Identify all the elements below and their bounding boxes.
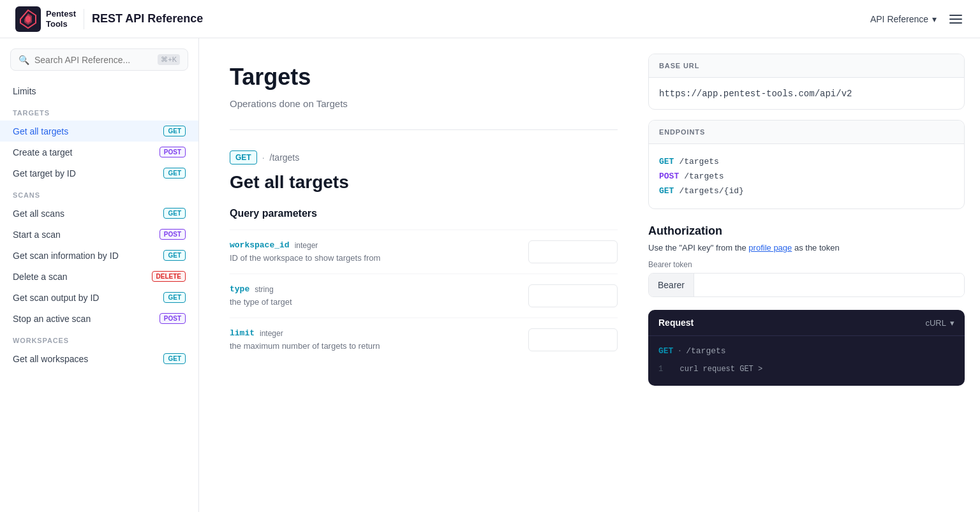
endpoint-list-item-3: GET /targets/{id}	[659, 184, 954, 198]
param-desc: the type of target	[230, 297, 292, 307]
request-path-line: GET · /targets	[658, 346, 954, 356]
param-name: workspace_id	[230, 240, 290, 250]
logo-text: Pentest Tools	[46, 9, 76, 29]
bearer-token-input[interactable]	[694, 274, 964, 296]
search-icon: 🔍	[19, 55, 29, 65]
param-type: integer	[260, 329, 283, 338]
param-limit-input[interactable]	[528, 328, 618, 351]
param-desc: the maximum number of targets to return	[230, 341, 380, 351]
param-name: type	[230, 284, 249, 294]
endpoint-path: /targets	[679, 157, 718, 166]
endpoint-method: GET	[659, 186, 674, 196]
endpoint-method: GET	[659, 157, 674, 166]
endpoint-method: POST	[659, 172, 679, 181]
query-params-title: Query parameters	[230, 208, 618, 219]
sidebar-item-get-scan-output[interactable]: Get scan output by ID GET	[0, 287, 198, 308]
badge-get: GET	[163, 208, 186, 219]
badge-get: GET	[163, 250, 186, 261]
curl-label: cURL ▾	[925, 318, 954, 328]
search-shortcut: ⌘+K	[158, 54, 180, 65]
header-divider	[84, 9, 84, 29]
bearer-input-row: Bearer	[648, 273, 965, 297]
endpoints-label: ENDPOINTS	[649, 121, 964, 144]
sidebar-item-delete-scan[interactable]: Delete a scan DELETE	[0, 266, 198, 287]
api-reference-button[interactable]: API Reference ▾	[870, 14, 937, 24]
param-type-input[interactable]	[528, 284, 618, 307]
sidebar-item-get-all-workspaces[interactable]: Get all workspaces GET	[0, 348, 198, 369]
page-description: Operations done on Targets	[230, 98, 618, 109]
param-row-type: type string the type of target	[230, 274, 618, 318]
endpoint-method-path: GET · /targets	[230, 150, 618, 165]
sidebar-section-workspaces: WORKSPACES	[0, 329, 198, 348]
endpoint-method-badge: GET	[230, 150, 257, 165]
logo: Pentest Tools	[15, 6, 76, 32]
sidebar-item-get-all-scans[interactable]: Get all scans GET	[0, 203, 198, 224]
badge-delete: DELETE	[152, 271, 186, 282]
sidebar-section-scans: SCANS	[0, 184, 198, 203]
param-row-limit: limit integer the maximum number of targ…	[230, 318, 618, 362]
badge-post: POST	[160, 229, 186, 240]
logo-icon	[15, 6, 41, 32]
chevron-down-icon: ▾	[950, 318, 954, 328]
param-type: string	[255, 285, 273, 294]
menu-hamburger-button[interactable]	[947, 12, 965, 26]
endpoint-path: /targets	[684, 172, 724, 181]
sidebar-item-create-target[interactable]: Create a target POST	[0, 142, 198, 163]
chevron-down-icon: ▾	[932, 14, 937, 24]
endpoint-list-item-2: POST /targets	[659, 169, 954, 184]
sidebar-item-get-all-targets[interactable]: Get all targets GET	[0, 121, 198, 142]
endpoints-card: ENDPOINTS GET /targets POST /targets GET…	[648, 120, 965, 209]
bearer-prefix: Bearer	[649, 274, 694, 296]
request-path: /targets	[686, 346, 725, 356]
page-title: Targets	[230, 64, 618, 91]
header-left: Pentest Tools REST API Reference	[15, 6, 203, 32]
header-right: API Reference ▾	[870, 12, 965, 26]
sidebar-item-limits[interactable]: Limits	[0, 81, 198, 101]
base-url-card: BASE URL https://app.pentest-tools.com/a…	[648, 54, 965, 110]
badge-get: GET	[163, 292, 186, 303]
base-url-value: https://app.pentest-tools.com/api/v2	[659, 89, 852, 99]
search-box[interactable]: 🔍 ⌘+K	[10, 48, 188, 71]
right-panel: BASE URL https://app.pentest-tools.com/a…	[648, 38, 980, 512]
badge-get: GET	[163, 353, 186, 364]
request-title: Request	[658, 318, 694, 328]
header-title: REST API Reference	[92, 12, 203, 26]
sidebar-section-targets: TARGETS	[0, 101, 198, 121]
param-row-workspace-id: workspace_id integer ID of the workspace…	[230, 230, 618, 274]
main-layout: 🔍 ⌘+K Limits TARGETS Get all targets GET…	[0, 38, 980, 512]
profile-page-link[interactable]: profile page	[748, 243, 792, 252]
sidebar-item-stop-active-scan[interactable]: Stop an active scan POST	[0, 308, 198, 329]
request-card: Request cURL ▾ GET · /targets 1 curl req…	[648, 310, 965, 386]
sidebar-item-get-scan-info[interactable]: Get scan information by ID GET	[0, 245, 198, 266]
search-input[interactable]	[34, 55, 152, 65]
auth-description: Use the "API key" from the profile page …	[648, 243, 965, 252]
auth-section: Authorization Use the "API key" from the…	[648, 224, 965, 297]
sidebar-item-start-scan[interactable]: Start a scan POST	[0, 224, 198, 245]
section-divider	[230, 129, 618, 130]
request-code-line: 1 curl request GET >	[658, 363, 954, 376]
badge-get: GET	[163, 126, 186, 136]
endpoint-path: /targets/{id}	[679, 186, 743, 196]
bearer-label: Bearer token	[648, 260, 965, 269]
header: Pentest Tools REST API Reference API Ref…	[0, 0, 980, 38]
request-method: GET	[658, 346, 673, 356]
base-url-label: BASE URL	[649, 54, 964, 78]
request-card-body: GET · /targets 1 curl request GET >	[648, 336, 965, 386]
param-type: integer	[295, 241, 318, 250]
param-name: limit	[230, 328, 255, 338]
sidebar: 🔍 ⌘+K Limits TARGETS Get all targets GET…	[0, 38, 199, 512]
endpoint-title: Get all targets	[230, 172, 618, 193]
param-desc: ID of the workspace to show targets from	[230, 253, 380, 263]
auth-title: Authorization	[648, 224, 965, 238]
badge-post: POST	[160, 313, 186, 324]
request-card-header: Request cURL ▾	[648, 310, 965, 336]
badge-get: GET	[163, 168, 186, 179]
param-workspace-id-input[interactable]	[528, 240, 618, 263]
main-content: Targets Operations done on Targets GET ·…	[199, 38, 648, 512]
endpoint-path: /targets	[270, 152, 300, 163]
endpoint-list-item-1: GET /targets	[659, 154, 954, 169]
badge-post: POST	[160, 147, 186, 157]
sidebar-item-get-target-by-id[interactable]: Get target by ID GET	[0, 163, 198, 184]
